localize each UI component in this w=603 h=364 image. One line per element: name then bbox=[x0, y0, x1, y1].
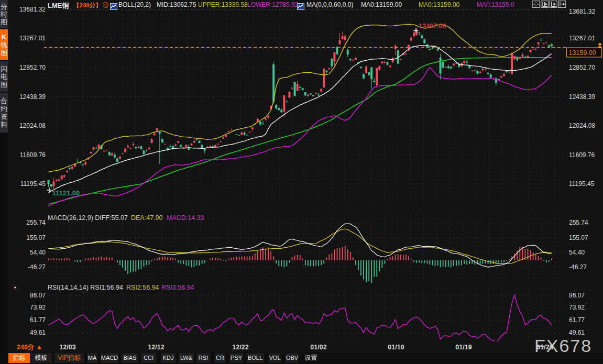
svg-text:13407.00: 13407.00 bbox=[419, 23, 446, 30]
svg-text:DEA:47.90: DEA:47.90 bbox=[131, 214, 163, 222]
svg-text:240分 ▲: 240分 ▲ bbox=[17, 344, 42, 351]
svg-text:MACD:14.33: MACD:14.33 bbox=[167, 214, 204, 222]
svg-text:12438.39: 12438.39 bbox=[569, 93, 595, 101]
svg-text:RSI2:56.94: RSI2:56.94 bbox=[126, 284, 159, 291]
svg-text:-46.27: -46.27 bbox=[569, 263, 587, 271]
svg-text:01/10: 01/10 bbox=[388, 344, 404, 351]
svg-text:13681.32: 13681.32 bbox=[19, 6, 46, 13]
svg-text:11121.00: 11121.00 bbox=[52, 189, 80, 197]
svg-text:61.77: 61.77 bbox=[30, 316, 46, 324]
svg-text:12/03: 12/03 bbox=[59, 344, 75, 351]
svg-text:RSI(14,14,14) RSI1:56.94: RSI(14,14,14) RSI1:56.94 bbox=[48, 284, 123, 291]
svg-text:RSI3:56.94: RSI3:56.94 bbox=[161, 284, 194, 291]
svg-text:12024.08: 12024.08 bbox=[19, 122, 46, 129]
svg-text:12852.70: 12852.70 bbox=[19, 64, 46, 71]
svg-text:11609.76: 11609.76 bbox=[569, 151, 595, 159]
svg-text:255.74: 255.74 bbox=[26, 219, 46, 226]
svg-text:155.07: 155.07 bbox=[26, 234, 46, 241]
svg-text:12024.08: 12024.08 bbox=[569, 122, 595, 129]
svg-text:73.92: 73.92 bbox=[30, 304, 46, 311]
svg-text:11195.45: 11195.45 bbox=[20, 180, 46, 187]
svg-text:01/02: 01/02 bbox=[310, 344, 326, 351]
svg-text:12/22: 12/22 bbox=[232, 344, 248, 351]
svg-text:54.40: 54.40 bbox=[30, 249, 46, 256]
svg-text:-46.27: -46.27 bbox=[28, 263, 46, 271]
svg-text:01/19: 01/19 bbox=[455, 344, 472, 351]
svg-text:12/12: 12/12 bbox=[148, 344, 164, 351]
svg-text:13267.01: 13267.01 bbox=[569, 35, 595, 42]
svg-text:61.77: 61.77 bbox=[569, 316, 585, 324]
svg-text:13159.00: 13159.00 bbox=[569, 49, 596, 57]
svg-text:12852.70: 12852.70 bbox=[569, 64, 595, 71]
svg-text:12438.39: 12438.39 bbox=[19, 93, 46, 101]
svg-text:11195.45: 11195.45 bbox=[569, 180, 595, 187]
svg-text:49.61: 49.61 bbox=[30, 329, 46, 336]
svg-text:MACD(26,12,9) DIFF:55.07: MACD(26,12,9) DIFF:55.07 bbox=[48, 214, 128, 222]
svg-text:86.07: 86.07 bbox=[30, 292, 46, 299]
svg-text:11609.76: 11609.76 bbox=[20, 151, 46, 159]
svg-text:73.92: 73.92 bbox=[569, 304, 585, 311]
svg-text:255.74: 255.74 bbox=[569, 219, 588, 226]
svg-text:155.07: 155.07 bbox=[569, 234, 588, 241]
svg-text:13267.01: 13267.01 bbox=[19, 35, 46, 42]
svg-text:54.40: 54.40 bbox=[569, 249, 585, 256]
svg-text:86.07: 86.07 bbox=[569, 292, 585, 299]
